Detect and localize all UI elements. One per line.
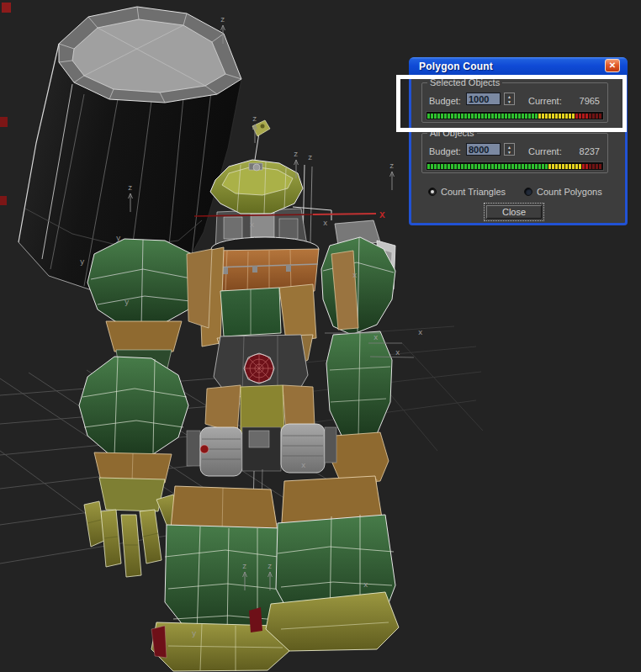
budget-label: Budget: xyxy=(429,96,461,106)
group-label: All Objects xyxy=(427,128,477,138)
selected-budget-input[interactable] xyxy=(466,93,501,105)
group-label: Selected Objects xyxy=(427,77,502,87)
count-triangles-label: Count Triangles xyxy=(441,187,506,197)
all-objects-group: All Objects Budget: ▲ ▼ Current: 8237 xyxy=(421,133,608,173)
all-budget-spinner[interactable]: ▲ ▼ xyxy=(504,143,515,156)
close-dialog-label: Close xyxy=(502,207,526,217)
svg-text:y: y xyxy=(124,299,130,307)
svg-text:x: x xyxy=(250,221,254,230)
svg-text:x: x xyxy=(373,334,378,342)
selected-objects-group: Selected Objects Budget: ▲ ▼ Current: 79… xyxy=(421,82,608,123)
svg-text:z: z xyxy=(128,184,132,193)
svg-text:y: y xyxy=(80,258,85,267)
svg-text:y: y xyxy=(192,630,197,638)
svg-text:x: x xyxy=(418,329,422,337)
all-current-value: 8237 xyxy=(580,146,600,156)
current-label: Current: xyxy=(528,96,562,106)
svg-text:z: z xyxy=(308,154,312,162)
svg-text:x: x xyxy=(352,272,357,280)
svg-text:x: x xyxy=(363,581,368,590)
svg-text:x: x xyxy=(323,220,327,228)
selected-budget-spinner[interactable]: ▲ ▼ xyxy=(504,93,515,105)
svg-text:z: z xyxy=(220,16,225,24)
spinner-down-icon: ▼ xyxy=(507,150,511,155)
svg-text:X: X xyxy=(379,210,385,220)
svg-text:x: x xyxy=(395,349,400,357)
current-label: Current: xyxy=(528,146,562,156)
close-icon: ✕ xyxy=(609,61,616,70)
svg-text:x: x xyxy=(301,462,305,470)
dialog-titlebar[interactable]: Polygon Count xyxy=(409,57,628,77)
svg-text:z: z xyxy=(268,563,272,571)
budget-label: Budget: xyxy=(429,146,461,156)
3ds-max-viewport: X xyxy=(0,0,641,672)
svg-text:y: y xyxy=(116,235,121,243)
svg-text:z: z xyxy=(242,563,246,571)
count-polygons-radio[interactable] xyxy=(524,188,532,196)
svg-text:z: z xyxy=(389,162,394,171)
count-triangles-radio[interactable] xyxy=(428,188,437,196)
close-button[interactable]: ✕ xyxy=(605,59,620,72)
close-dialog-button[interactable]: Close xyxy=(484,203,544,221)
polygon-count-dialog: Polygon Count ✕ Selected Objects Budget:… xyxy=(409,57,628,225)
spinner-down-icon: ▼ xyxy=(507,99,511,104)
svg-text:z: z xyxy=(252,115,257,124)
all-budget-input[interactable] xyxy=(466,143,501,156)
selected-current-value: 7965 xyxy=(580,96,600,106)
all-budget-bar xyxy=(426,161,604,171)
svg-text:z: z xyxy=(294,151,298,159)
count-polygons-label: Count Polygons xyxy=(537,187,602,197)
dialog-title: Polygon Count xyxy=(419,61,493,72)
selected-budget-bar xyxy=(426,111,604,120)
